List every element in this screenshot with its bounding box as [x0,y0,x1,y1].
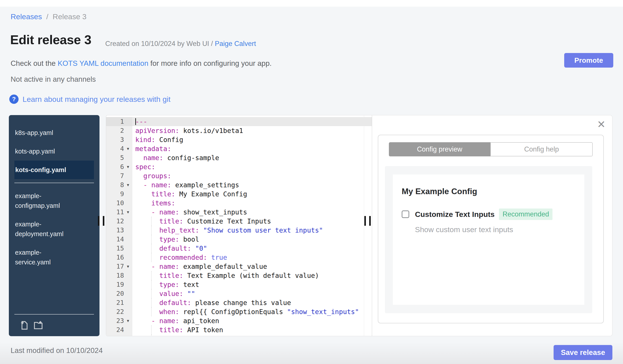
code-text[interactable]: value: "" [132,289,381,298]
code-line[interactable]: 23▾ - name: api_token [106,316,381,325]
sidebar-resize-handle[interactable] [103,216,104,226]
fold-arrow-icon[interactable]: ▾ [124,208,132,217]
code-line[interactable]: 18 title: Text Example (with default val… [106,271,381,280]
code-text[interactable]: items: [132,199,381,208]
fold-arrow-icon[interactable]: ▾ [124,316,132,325]
fold-arrow-icon[interactable]: ▾ [124,262,132,271]
sidebar-file-kots-config.yaml[interactable]: kots-config.yaml [14,161,94,179]
code-line[interactable]: 14 type: bool [106,235,381,244]
fold-spacer [124,307,132,316]
fold-arrow-icon[interactable]: ▾ [124,144,132,153]
code-text[interactable]: groups: [132,171,381,181]
git-releases-link[interactable]: Learn about managing your releases with … [22,95,170,103]
code-text[interactable]: title: Customize Text Inputs [132,217,381,226]
code-text[interactable]: recommended: true [132,253,381,262]
code-text[interactable]: type: bool [132,235,381,244]
code-line[interactable]: 16 recommended: true [106,253,381,262]
sidebar-file-example-deployment.yaml[interactable]: example-deployment.yaml [9,215,93,243]
code-token [207,254,211,261]
code-text[interactable]: name: config-sample [132,153,381,162]
code-token: apiVersion: [135,127,179,135]
file-list-top: k8s-app.yamlkots-app.yamlkots-config.yam… [9,123,99,179]
code-line[interactable]: 9 title: My Example Config [106,189,381,199]
code-text[interactable]: - name: show_text_inputs [132,208,381,217]
code-text[interactable]: - name: example_settings [132,181,381,189]
author-link[interactable]: Paige Calvert [215,40,256,47]
line-gutter: 23▾ [106,316,132,325]
code-text[interactable]: help_text: "Show custom user text inputs… [132,226,381,235]
code-token: name: [151,181,171,189]
code-text[interactable]: --- [132,117,381,126]
code-token: when: [159,308,179,316]
preview-resize-handle[interactable] [364,216,366,226]
yaml-editor[interactable]: 1---2apiVersion: kots.io/v1beta13kind: C… [106,115,381,336]
code-text[interactable]: type: text [132,280,381,289]
code-line[interactable]: 15 default: "0" [106,244,381,253]
code-token: title: [159,217,183,225]
code-text[interactable]: default: "0" [132,244,381,253]
code-line[interactable]: 10 items: [106,199,381,208]
code-line[interactable]: 5 name: config-sample [106,153,381,162]
code-text[interactable]: kind: Config [132,135,381,144]
code-line[interactable]: 22 when: repl{{ ConfigOptionEquals "show… [106,307,381,316]
code-line[interactable]: 25 type: password [106,334,381,336]
sidebar-divider [14,183,94,183]
fold-arrow-icon[interactable]: ▾ [124,162,132,171]
code-line[interactable]: 24 title: API token [106,325,381,334]
tab-config-help[interactable]: Config help [490,142,593,156]
code-token: please change this value [191,299,291,306]
code-line[interactable]: 7 groups: [106,171,381,181]
code-line[interactable]: 12 title: Customize Text Inputs [106,217,381,226]
sidebar-file-example-configmap.yaml[interactable]: example-configmap.yaml [9,187,93,215]
code-line[interactable]: 13 help_text: "Show custom user text inp… [106,226,381,235]
line-gutter: 21 [106,298,132,307]
sidebar-resize-handle[interactable] [98,216,99,226]
code-token: "0" [195,244,207,252]
code-line[interactable]: 17▾ - name: example_default_value [106,262,381,271]
workspace: k8s-app.yamlkots-app.yamlkots-config.yam… [9,115,612,336]
code-text[interactable]: when: repl{{ ConfigOptionEquals "show_te… [132,307,381,316]
breadcrumb: Releases / Release 3 [11,12,87,21]
code-line[interactable]: 1--- [106,117,381,126]
code-line[interactable]: 6▾spec: [106,162,381,171]
code-token [135,244,159,252]
code-token: groups: [143,172,171,180]
code-text[interactable]: metadata: [132,144,381,153]
code-text[interactable]: - name: example_default_value [132,262,381,271]
code-text[interactable]: apiVersion: kots.io/v1beta1 [132,126,381,135]
save-release-button[interactable]: Save release [554,345,612,360]
sidebar-file-kots-app.yaml[interactable]: kots-app.yaml [9,142,93,161]
add-folder-icon[interactable] [33,320,43,330]
kots-yaml-docs-link[interactable]: KOTS YAML documentation [58,59,148,67]
close-icon[interactable]: ✕ [597,119,605,129]
preview-resize-handle[interactable] [369,216,371,226]
code-line[interactable]: 8▾ - name: example_settings [106,181,381,189]
code-text[interactable]: title: API token [132,325,381,334]
sidebar-file-example-service.yaml[interactable]: example-service.yaml [9,243,93,271]
fold-spacer [124,189,132,199]
code-text[interactable]: type: password [132,334,381,336]
code-text[interactable]: spec: [132,162,381,171]
tab-config-preview[interactable]: Config preview [389,142,490,156]
code-line[interactable]: 20 value: "" [106,289,381,298]
code-lines: 1---2apiVersion: kots.io/v1beta13kind: C… [106,115,381,336]
code-line[interactable]: 4▾metadata: [106,144,381,153]
code-line[interactable]: 3kind: Config [106,135,381,144]
add-file-icon[interactable] [19,320,29,330]
code-line[interactable]: 19 type: text [106,280,381,289]
customize-text-inputs-checkbox[interactable] [402,210,409,218]
code-text[interactable]: title: Text Example (with default value) [132,271,381,280]
fold-spacer [124,298,132,307]
code-text[interactable]: title: My Example Config [132,189,381,199]
code-line[interactable]: 21 default: please change this value [106,298,381,307]
code-token [135,154,143,162]
code-line[interactable]: 11▾ - name: show_text_inputs [106,208,381,217]
code-line[interactable]: 2apiVersion: kots.io/v1beta1 [106,126,381,135]
sidebar-file-k8s-app.yaml[interactable]: k8s-app.yaml [9,123,93,142]
promote-button[interactable]: Promote [564,53,613,68]
code-token: My Example Config [175,190,247,198]
code-text[interactable]: - name: api_token [132,316,381,325]
code-text[interactable]: default: please change this value [132,298,381,307]
breadcrumb-releases-link[interactable]: Releases [11,12,42,21]
fold-arrow-icon[interactable]: ▾ [124,181,132,189]
